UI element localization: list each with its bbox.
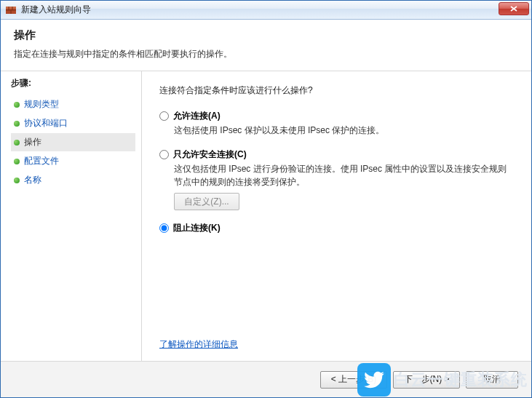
svg-rect-1 [6, 7, 16, 9]
steps-heading: 步骤: [11, 77, 141, 89]
bullet-icon [14, 178, 20, 183]
wizard-window: 新建入站规则向导 操作 指定在连接与规则中指定的条件相匹配时要执行的操作。 步骤… [0, 0, 532, 398]
bullet-icon [14, 102, 20, 108]
bullet-icon [14, 140, 20, 146]
option-allow[interactable]: 允许连接(A) [159, 110, 514, 122]
step-rule-type[interactable]: 规则类型 [11, 95, 135, 114]
close-button[interactable] [499, 2, 529, 15]
option-block-label: 阻止连接(K) [173, 222, 221, 234]
option-block[interactable]: 阻止连接(K) [159, 222, 514, 234]
step-action[interactable]: 操作 [11, 133, 135, 151]
next-button[interactable]: 下一步(N) > [393, 371, 460, 389]
page-title: 操作 [14, 28, 518, 42]
option-secure-desc: 这仅包括使用 IPsec 进行身份验证的连接。使用 IPsec 属性中的设置以及… [174, 163, 514, 188]
window-title: 新建入站规则向导 [21, 4, 91, 16]
radio-allow[interactable] [159, 111, 169, 121]
cancel-button[interactable]: 取消 [466, 371, 518, 389]
radio-secure[interactable] [159, 150, 169, 159]
step-name[interactable]: 名称 [11, 171, 135, 189]
option-secure[interactable]: 只允许安全连接(C) [159, 148, 514, 161]
step-protocol-port[interactable]: 协议和端口 [11, 114, 135, 132]
firewall-icon [5, 4, 17, 16]
back-button[interactable]: < 上一步(B) [320, 371, 387, 389]
page-description: 指定在连接与规则中指定的条件相匹配时要执行的操作。 [14, 48, 518, 60]
action-question: 连接符合指定条件时应该进行什么操作? [159, 84, 514, 97]
titlebar: 新建入站规则向导 [1, 1, 531, 20]
bullet-icon [14, 159, 20, 164]
step-label: 规则类型 [24, 98, 59, 111]
option-allow-label: 允许连接(A) [173, 110, 221, 122]
step-label: 名称 [24, 174, 41, 186]
step-label: 配置文件 [24, 155, 59, 167]
option-allow-desc: 这包括使用 IPsec 保护以及未使用 IPsec 保护的连接。 [174, 124, 514, 137]
bullet-icon [14, 121, 20, 127]
option-secure-label: 只允许安全连接(C) [173, 148, 247, 161]
option-allow-block: 允许连接(A) 这包括使用 IPsec 保护以及未使用 IPsec 保护的连接。 [159, 110, 514, 137]
option-block-block: 阻止连接(K) [159, 222, 514, 234]
step-label: 协议和端口 [24, 117, 68, 130]
learn-more-link[interactable]: 了解操作的详细信息 [159, 338, 238, 351]
option-secure-block: 只允许安全连接(C) 这仅包括使用 IPsec 进行身份验证的连接。使用 IPs… [159, 148, 514, 210]
step-profile[interactable]: 配置文件 [11, 152, 135, 170]
content-panel: 连接符合指定条件时应该进行什么操作? 允许连接(A) 这包括使用 IPsec 保… [142, 71, 531, 361]
step-label: 操作 [24, 136, 41, 148]
close-icon [510, 6, 517, 12]
steps-sidebar: 步骤: 规则类型 协议和端口 操作 配置文件 名称 [1, 71, 142, 361]
body-row: 步骤: 规则类型 协议和端口 操作 配置文件 名称 连接 [1, 71, 531, 361]
radio-block[interactable] [159, 223, 169, 233]
customize-button: 自定义(Z)... [174, 193, 239, 210]
header-panel: 操作 指定在连接与规则中指定的条件相匹配时要执行的操作。 [1, 20, 531, 71]
wizard-footer: < 上一步(B) 下一步(N) > 取消 [1, 361, 531, 397]
